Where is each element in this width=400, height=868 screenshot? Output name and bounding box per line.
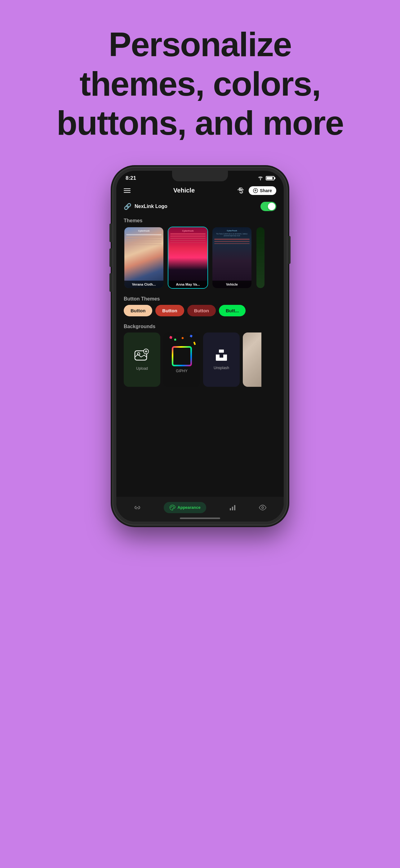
bg-upload-label: Upload (136, 366, 148, 371)
share-button[interactable]: Share (249, 186, 276, 195)
unsplash-logo (215, 349, 228, 363)
nexlink-toggle[interactable] (261, 202, 276, 211)
nav-eye-icon (259, 504, 266, 511)
button-themes-section-label: Button Themes (116, 294, 284, 305)
button-themes-scroll: Button Button Button Butt... (116, 305, 284, 316)
backgrounds-section-label: Backgrounds (116, 321, 284, 333)
upload-image-icon (134, 348, 150, 364)
nexlink-label: NexLink Logo (135, 204, 167, 209)
hero-line3: buttons, and more (57, 104, 343, 142)
svg-rect-8 (219, 349, 224, 353)
theme-card-2-label: Anna May Va... (168, 281, 207, 288)
themes-section-label: Themes (116, 215, 284, 227)
bg-unsplash-label: Unsplash (214, 366, 229, 370)
app-header: Vehicle Share (116, 184, 284, 199)
nav-link-icon (134, 504, 141, 511)
svg-point-9 (171, 507, 171, 508)
backgrounds-grid: Upload GIPHY (116, 333, 284, 387)
svg-point-11 (173, 506, 174, 507)
giphy-rainbow-square (172, 346, 192, 366)
button-theme-4[interactable]: Butt... (219, 305, 246, 316)
battery-icon (266, 176, 274, 180)
nav-eye[interactable] (259, 504, 266, 511)
bg-card-giphy[interactable]: GIPHY (163, 333, 200, 387)
nexlink-row: 🔗 NexLink Logo (116, 199, 284, 215)
theme-card-3[interactable]: CyberTruck The Tesla Cybertruck is an al… (212, 227, 252, 289)
home-indicator (180, 518, 220, 519)
svg-point-0 (260, 180, 261, 180)
button-theme-2[interactable]: Button (155, 305, 184, 316)
button-theme-1[interactable]: Button (124, 305, 152, 316)
phone-notch (172, 171, 228, 181)
wifi-icon (258, 176, 263, 180)
svg-rect-13 (230, 508, 231, 510)
bg-card-upload[interactable]: Upload (124, 333, 160, 387)
theme-card-2[interactable]: Cybertruck Anna May Va... (168, 227, 208, 289)
phone-shell: 8:21 Vehicle (113, 168, 287, 525)
bg-giphy-label: GIPHY (176, 369, 187, 373)
nexlink-left: 🔗 NexLink Logo (124, 203, 167, 210)
svg-rect-15 (234, 505, 235, 510)
bug-icon[interactable] (237, 187, 245, 194)
theme-card-1[interactable]: Cybertruck Verana Cloth... (124, 227, 164, 289)
unsplash-icon (215, 349, 228, 361)
hero-line2: themes, colors, (80, 65, 321, 103)
svg-point-10 (171, 506, 172, 507)
nexlink-icon: 🔗 (124, 203, 131, 210)
header-title: Vehicle (173, 187, 195, 194)
svg-rect-14 (232, 507, 233, 510)
theme-card-4-partial[interactable] (256, 227, 265, 289)
hero-line1: Personalize (108, 25, 291, 63)
phone-screen: 8:21 Vehicle (116, 171, 284, 522)
theme-card-3-label: Vehicle (212, 281, 252, 288)
theme-card-1-label: Verana Cloth... (124, 281, 163, 288)
bg-card-photo[interactable] (243, 333, 261, 387)
header-right: Share (237, 186, 276, 195)
nav-appearance[interactable]: Appearance (164, 502, 206, 513)
svg-point-16 (262, 507, 264, 508)
share-icon (253, 188, 258, 193)
hero-section: Personalize themes, colors, buttons, and… (38, 25, 362, 143)
button-theme-3[interactable]: Button (187, 305, 216, 316)
nav-link[interactable] (134, 504, 141, 511)
svg-point-12 (174, 507, 174, 508)
nav-appearance-icon (169, 504, 175, 511)
nav-appearance-label: Appearance (177, 505, 200, 510)
status-time: 8:21 (126, 175, 136, 181)
bg-card-unsplash[interactable]: Unsplash (203, 333, 240, 387)
themes-scroll: Cybertruck Verana Cloth... (116, 227, 284, 289)
share-label: Share (260, 188, 272, 193)
phone-mockup: 8:21 Vehicle (113, 168, 287, 528)
menu-button[interactable] (124, 188, 131, 193)
status-icons (258, 176, 274, 180)
nav-chart-icon (229, 504, 236, 511)
nav-chart[interactable] (229, 504, 236, 511)
